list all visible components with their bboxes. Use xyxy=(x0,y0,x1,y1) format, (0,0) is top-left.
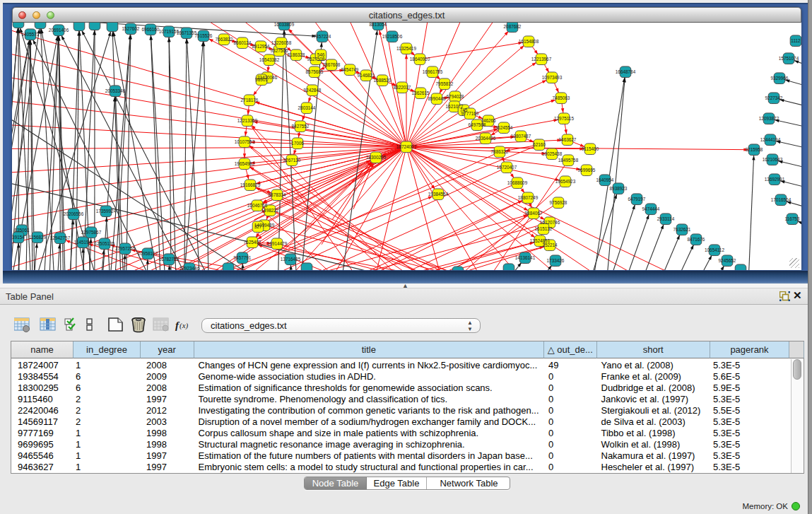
svg-text:15751074: 15751074 xyxy=(779,55,799,60)
svg-text:1733426: 1733426 xyxy=(547,257,565,262)
svg-text:1405571: 1405571 xyxy=(22,31,40,36)
svg-text:19654923: 19654923 xyxy=(555,178,576,183)
svg-text:12942757: 12942757 xyxy=(50,235,71,240)
svg-text:252214: 252214 xyxy=(542,242,558,247)
svg-text:9146821: 9146821 xyxy=(358,72,375,77)
svg-text:17359924: 17359924 xyxy=(96,208,117,213)
svg-text:7632621: 7632621 xyxy=(673,226,691,231)
svg-text:2718176: 2718176 xyxy=(241,97,259,102)
svg-text:11325419: 11325419 xyxy=(396,45,416,50)
svg-text:19166825: 19166825 xyxy=(240,182,261,187)
svg-text:19384554: 19384554 xyxy=(428,191,449,196)
svg-text:12213369: 12213369 xyxy=(237,117,258,122)
svg-text:1145194: 1145194 xyxy=(74,239,92,244)
svg-text:20691406: 20691406 xyxy=(49,27,69,32)
svg-text:9457791: 9457791 xyxy=(234,255,252,259)
svg-text:9884067: 9884067 xyxy=(525,210,543,215)
svg-text:16648784: 16648784 xyxy=(616,69,636,74)
svg-text:8938923: 8938923 xyxy=(610,185,628,190)
svg-text:16046766: 16046766 xyxy=(247,202,268,207)
svg-text:13692991: 13692991 xyxy=(765,176,785,181)
svg-text:3267130: 3267130 xyxy=(283,157,301,162)
svg-text:835061: 835061 xyxy=(14,227,30,232)
svg-text:10654112: 10654112 xyxy=(705,247,724,252)
svg-text:17957255: 17957255 xyxy=(115,245,136,250)
svg-text:13226058: 13226058 xyxy=(271,40,292,45)
svg-text:116753: 116753 xyxy=(785,216,800,221)
svg-text:10688609: 10688609 xyxy=(507,180,528,185)
svg-text:9527508: 9527508 xyxy=(307,56,325,61)
svg-text:1112: 1112 xyxy=(791,37,801,42)
svg-text:9327506: 9327506 xyxy=(271,47,288,52)
svg-text:12213967: 12213967 xyxy=(531,56,552,61)
svg-text:8427552: 8427552 xyxy=(292,123,310,128)
svg-text:18300295: 18300295 xyxy=(366,154,387,159)
svg-text:14136141: 14136141 xyxy=(515,255,536,259)
svg-text:18807249: 18807249 xyxy=(518,194,539,199)
svg-text:16543382: 16543382 xyxy=(259,57,280,62)
svg-text:7515526: 7515526 xyxy=(195,33,213,37)
svg-text:20364436: 20364436 xyxy=(476,135,496,140)
svg-text:2933114: 2933114 xyxy=(657,216,675,221)
svg-text:12975115: 12975115 xyxy=(554,115,574,120)
svg-text:15720407: 15720407 xyxy=(497,164,517,169)
svg-text:13716485: 13716485 xyxy=(281,256,301,261)
svg-text:1498222: 1498222 xyxy=(261,207,279,212)
svg-text:16120746: 16120746 xyxy=(540,219,560,224)
svg-text:10107553: 10107553 xyxy=(235,139,255,144)
svg-text:12444194: 12444194 xyxy=(760,136,781,141)
svg-text:12505135: 12505135 xyxy=(95,240,115,245)
svg-text:8575685: 8575685 xyxy=(306,69,324,74)
svg-text:10807487: 10807487 xyxy=(511,133,531,138)
svg-text:16154808: 16154808 xyxy=(519,38,539,43)
svg-text:8912954: 8912954 xyxy=(252,43,270,48)
svg-text:98901: 98901 xyxy=(255,76,268,81)
svg-text:12923446: 12923446 xyxy=(180,265,200,270)
svg-text:9474444: 9474444 xyxy=(642,206,660,211)
svg-text:7357224: 7357224 xyxy=(314,33,331,38)
svg-text:6497568: 6497568 xyxy=(469,122,486,127)
svg-text:8878334: 8878334 xyxy=(269,192,286,197)
svg-text:18495758: 18495758 xyxy=(558,157,579,162)
svg-text:9699695: 9699695 xyxy=(578,167,596,172)
svg-text:10958107: 10958107 xyxy=(138,250,158,255)
svg-text:32975867: 32975867 xyxy=(81,229,102,234)
svg-text:6479197: 6479197 xyxy=(628,196,646,201)
svg-text:8990448: 8990448 xyxy=(428,95,446,100)
svg-text:1588520: 1588520 xyxy=(374,77,392,82)
svg-text:18724007: 18724007 xyxy=(396,144,417,148)
svg-text:9227342: 9227342 xyxy=(765,95,783,100)
svg-text:9329966: 9329966 xyxy=(771,75,789,80)
svg-text:10973493: 10973493 xyxy=(542,74,563,79)
svg-text:2867608: 2867608 xyxy=(323,62,341,66)
svg-text:19218506: 19218506 xyxy=(382,33,403,38)
svg-text:9756928: 9756928 xyxy=(550,199,567,204)
svg-text:9115460: 9115460 xyxy=(582,146,599,151)
svg-text:8454749: 8454749 xyxy=(341,66,359,71)
svg-text:(x): (x) xyxy=(180,321,189,330)
svg-text:18640910: 18640910 xyxy=(410,56,430,61)
svg-text:8186328: 8186328 xyxy=(288,52,305,57)
svg-text:17006: 17006 xyxy=(291,140,304,145)
svg-text:9245652: 9245652 xyxy=(719,257,736,262)
svg-text:8322037: 8322037 xyxy=(394,84,411,89)
svg-text:546: 546 xyxy=(317,52,325,57)
svg-text:7955812: 7955812 xyxy=(436,81,454,86)
svg-text:16782759: 16782759 xyxy=(159,256,180,261)
svg-text:327: 327 xyxy=(254,223,262,228)
svg-text:7625402: 7625402 xyxy=(244,239,261,244)
svg-text:16210643: 16210643 xyxy=(763,156,783,161)
svg-text:1640954: 1640954 xyxy=(596,177,614,182)
svg-text:19654982: 19654982 xyxy=(235,160,255,165)
svg-text:20206556: 20206556 xyxy=(64,211,84,216)
svg-text:1362615: 1362615 xyxy=(412,90,430,95)
svg-text:9242848: 9242848 xyxy=(304,87,322,92)
svg-text:8471676: 8471676 xyxy=(688,236,705,241)
svg-text:7886322: 7886322 xyxy=(491,148,509,153)
svg-text:39154: 39154 xyxy=(12,234,25,239)
svg-text:10025438: 10025438 xyxy=(542,151,563,156)
svg-text:8813054: 8813054 xyxy=(370,23,387,27)
svg-text:7485063: 7485063 xyxy=(553,95,570,100)
svg-text:7663822: 7663822 xyxy=(216,36,233,41)
svg-text:16033809: 16033809 xyxy=(274,23,295,27)
